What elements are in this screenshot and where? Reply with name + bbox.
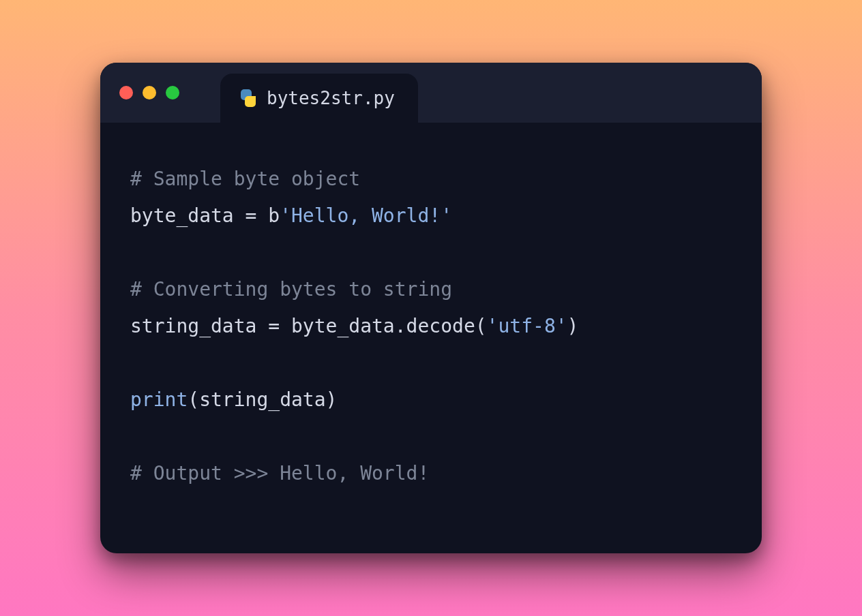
code-call: byte_data.decode( bbox=[280, 315, 486, 337]
code-comment: # Output >>> Hello, World! bbox=[130, 462, 429, 484]
code-operator: = bbox=[268, 315, 280, 337]
code-editor-window: bytes2str.py # Sample byte object byte_d… bbox=[100, 63, 762, 553]
code-call: (string_data) bbox=[188, 388, 337, 411]
code-string: 'Hello, World!' bbox=[280, 204, 452, 227]
code-variable: byte_data bbox=[130, 204, 246, 227]
code-bytes-prefix: b bbox=[256, 204, 280, 227]
code-builtin-func: print bbox=[130, 388, 188, 411]
code-comment: # Sample byte object bbox=[130, 168, 360, 190]
code-call: ) bbox=[567, 315, 579, 337]
python-file-icon bbox=[239, 89, 257, 107]
window-titlebar: bytes2str.py bbox=[100, 63, 762, 123]
code-string: 'utf-8' bbox=[487, 315, 567, 337]
traffic-lights bbox=[119, 86, 179, 99]
file-tab-label: bytes2str.py bbox=[267, 88, 395, 108]
file-tab[interactable]: bytes2str.py bbox=[220, 74, 418, 123]
code-comment: # Converting bytes to string bbox=[130, 278, 452, 301]
code-area[interactable]: # Sample byte object byte_data = b'Hello… bbox=[100, 123, 762, 553]
close-window-button[interactable] bbox=[119, 86, 133, 99]
code-operator: = bbox=[246, 204, 257, 227]
code-variable: string_data bbox=[130, 315, 268, 337]
zoom-window-button[interactable] bbox=[166, 86, 179, 99]
minimize-window-button[interactable] bbox=[143, 86, 156, 99]
